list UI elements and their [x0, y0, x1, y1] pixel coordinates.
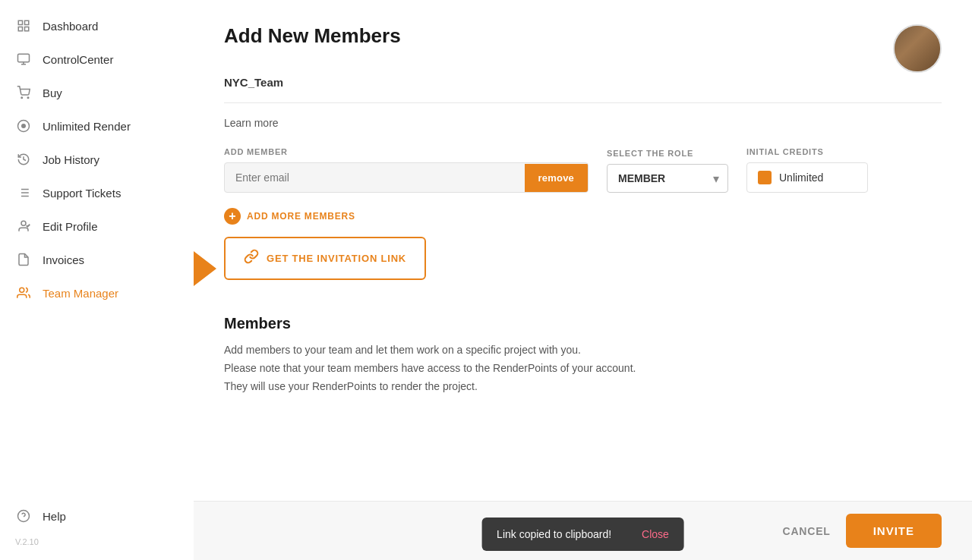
sidebar-item-dashboard[interactable]: Dashboard [0, 9, 194, 42]
sidebar-item-editprofile[interactable]: Edit Profile [0, 209, 194, 243]
invite-button[interactable]: INVITE [846, 514, 942, 548]
sidebar-item-teammanager[interactable]: Team Manager [0, 276, 194, 310]
sidebar-item-jobhistory[interactable]: Job History [0, 143, 194, 176]
members-desc-line1: Add members to your team and let them wo… [224, 344, 581, 356]
sidebar-item-unlimitedrender[interactable]: Unlimited Render [0, 109, 194, 143]
sidebar-item-buy-label: Buy [43, 87, 62, 99]
svg-point-10 [22, 124, 26, 128]
sidebar-item-controlcenter[interactable]: ControlCenter [0, 42, 194, 76]
credits-value: Unlimited [779, 171, 823, 184]
remove-button[interactable]: remove [525, 164, 588, 192]
svg-point-7 [21, 97, 23, 99]
cart-icon [15, 84, 32, 101]
members-desc-line2: Please note that your team members have … [224, 362, 636, 374]
invitation-link-text: GET THE INVITATION LINK [267, 253, 406, 264]
content-area: Add New Members NYC_Team Learn more ADD … [194, 0, 972, 501]
user-edit-icon [15, 218, 32, 234]
learn-more-link[interactable]: Learn more [224, 117, 942, 129]
svg-rect-4 [18, 54, 30, 62]
toast-close-button[interactable]: Close [642, 528, 669, 540]
role-select-wrapper: MEMBER ADMIN VIEWER [607, 164, 728, 193]
team-name: NYC_Team [224, 76, 942, 89]
sidebar-item-unlimitedrender-label: Unlimited Render [43, 120, 131, 133]
svg-rect-1 [25, 20, 29, 24]
members-desc-line3: They will use your RenderPoints to rende… [224, 380, 478, 392]
form-columns: ADD MEMBER remove SELECT THE ROLE MEMBER… [224, 147, 942, 193]
sidebar-item-jobhistory-label: Job History [43, 153, 99, 166]
arrow-container [194, 250, 216, 291]
page-title: Add New Members [224, 24, 401, 48]
sidebar-item-editprofile-label: Edit Profile [43, 220, 98, 233]
add-more-label: ADD MORE MEMBERS [247, 211, 355, 222]
dashboard-icon [15, 17, 32, 34]
email-input[interactable] [225, 163, 525, 192]
sidebar-item-help[interactable]: Help [0, 499, 194, 533]
toast-message: Link copied to clipboard! [497, 528, 611, 540]
add-member-label: ADD MEMBER [224, 147, 589, 156]
get-invitation-link-button[interactable]: GET THE INVITATION LINK [224, 237, 426, 280]
add-more-icon: + [224, 208, 241, 225]
credits-label: INITIAL CREDITS [746, 147, 868, 156]
sidebar-item-controlcenter-label: ControlCenter [43, 53, 113, 66]
invitation-area: GET THE INVITATION LINK [224, 237, 426, 303]
version-label: V.2.10 [0, 533, 194, 551]
link-icon [244, 249, 259, 268]
avatar [893, 24, 942, 73]
sidebar-help-label: Help [43, 510, 66, 523]
avatar-image [895, 26, 940, 71]
history-icon [15, 151, 32, 168]
toast: Link copied to clipboard! Close [481, 518, 684, 551]
credits-dot [758, 171, 772, 184]
svg-point-17 [21, 221, 26, 225]
bottom-bar: Link copied to clipboard! Close CANCEL I… [194, 501, 972, 560]
members-title: Members [224, 315, 942, 332]
credits-column: INITIAL CREDITS Unlimited [746, 147, 868, 193]
sidebar-item-supporttickets-label: Support Tickets [43, 187, 121, 200]
sidebar: Dashboard ControlCenter Buy Unlimited Re… [0, 0, 194, 560]
credits-display: Unlimited [746, 162, 868, 193]
list-icon [15, 184, 32, 201]
svg-marker-21 [194, 251, 216, 286]
help-icon [15, 508, 32, 524]
sidebar-item-invoices-label: Invoices [43, 253, 84, 266]
users-icon [15, 285, 32, 301]
monitor-icon [15, 51, 32, 68]
svg-point-8 [27, 97, 29, 99]
sidebar-item-buy[interactable]: Buy [0, 76, 194, 109]
add-more-members-row[interactable]: + ADD MORE MEMBERS [224, 208, 942, 225]
svg-point-18 [20, 288, 24, 292]
sidebar-item-invoices[interactable]: Invoices [0, 243, 194, 276]
role-column: SELECT THE ROLE MEMBER ADMIN VIEWER [607, 149, 728, 193]
circle-dot-icon [15, 118, 32, 134]
role-select[interactable]: MEMBER ADMIN VIEWER [607, 164, 728, 193]
svg-rect-2 [18, 27, 22, 31]
members-description: Add members to your team and let them wo… [224, 341, 942, 395]
sidebar-item-dashboard-label: Dashboard [43, 20, 98, 33]
cancel-button[interactable]: CANCEL [783, 525, 831, 537]
sidebar-item-supporttickets[interactable]: Support Tickets [0, 176, 194, 209]
svg-rect-3 [25, 27, 29, 31]
add-member-column: ADD MEMBER remove [224, 147, 589, 193]
members-section: Members Add members to your team and let… [224, 315, 942, 395]
svg-rect-0 [18, 20, 22, 24]
role-label: SELECT THE ROLE [607, 149, 728, 158]
sidebar-item-teammanager-label: Team Manager [43, 287, 118, 300]
main-content: Add New Members NYC_Team Learn more ADD … [194, 0, 972, 560]
header-divider [224, 102, 942, 103]
arrow-svg [194, 250, 216, 288]
email-row: remove [224, 162, 589, 193]
file-icon [15, 251, 32, 268]
page-header: Add New Members [224, 24, 942, 73]
